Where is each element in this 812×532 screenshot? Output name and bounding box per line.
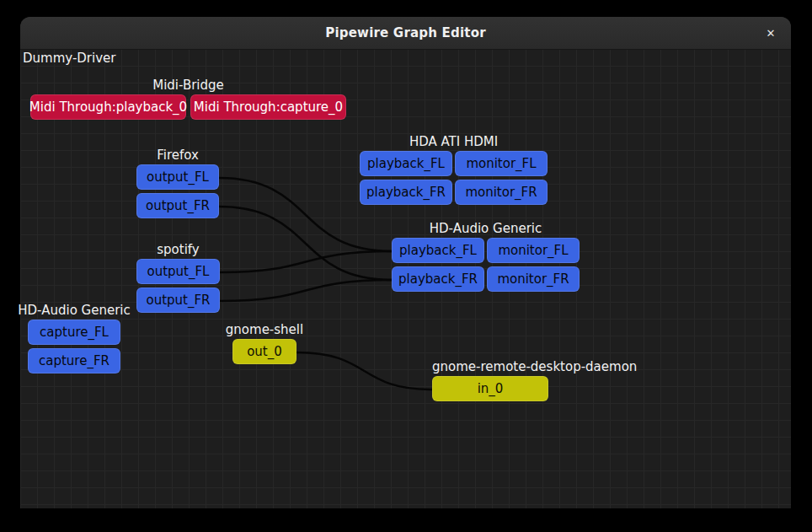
window-title: Pipewire Graph Editor bbox=[325, 25, 486, 40]
port-grid: output_FLoutput_FR bbox=[136, 259, 220, 313]
port-monitor-fl[interactable]: monitor_FL bbox=[455, 151, 548, 176]
node-midi-bridge[interactable]: Midi-BridgeMidi Through:playback_0Midi T… bbox=[30, 78, 346, 120]
node-title: gnome-remote-desktop-daemon bbox=[432, 360, 548, 374]
titlebar[interactable]: Pipewire Graph Editor ✕ bbox=[20, 17, 791, 50]
port-grid: in_0 bbox=[432, 376, 548, 401]
port-playback-fl[interactable]: playback_FL bbox=[360, 151, 452, 176]
node-gnome-remote-desktop-daemon[interactable]: gnome-remote-desktop-daemonin_0 bbox=[432, 360, 548, 401]
port-capture-fr[interactable]: capture_FR bbox=[28, 348, 120, 373]
node-title: Firefox bbox=[136, 148, 219, 163]
port-out-0[interactable]: out_0 bbox=[232, 339, 296, 364]
node-title: spotify bbox=[136, 243, 220, 257]
port-grid: playback_FLmonitor_FLplayback_FRmonitor_… bbox=[360, 151, 548, 205]
node-title: Dummy-Driver bbox=[23, 51, 115, 66]
port-in-0[interactable]: in_0 bbox=[432, 376, 548, 401]
close-icon[interactable]: ✕ bbox=[757, 19, 784, 46]
node-layer: Dummy-DriverMidi-BridgeMidi Through:play… bbox=[0, 0, 812, 532]
node-hd-audio-generic-capture[interactable]: HD-Audio Genericcapture_FLcapture_FR bbox=[28, 304, 120, 373]
port-grid: out_0 bbox=[232, 339, 296, 364]
port-capture-fl[interactable]: capture_FL bbox=[28, 320, 120, 345]
port-output-fr[interactable]: output_FR bbox=[136, 193, 219, 218]
port-midi-through-playback-0[interactable]: Midi Through:playback_0 bbox=[30, 94, 186, 120]
node-title: HDA ATI HDMI bbox=[360, 135, 548, 149]
node-gnome-shell[interactable]: gnome-shellout_0 bbox=[232, 323, 296, 364]
port-grid: Midi Through:playback_0Midi Through:capt… bbox=[30, 94, 346, 120]
port-grid: output_FLoutput_FR bbox=[136, 164, 219, 218]
port-monitor-fl[interactable]: monitor_FL bbox=[487, 238, 580, 263]
node-hd-audio-generic-output[interactable]: HD-Audio Genericplayback_FLmonitor_FLpla… bbox=[392, 222, 580, 292]
port-midi-through-capture-0[interactable]: Midi Through:capture_0 bbox=[190, 94, 346, 120]
node-dummy-driver[interactable]: Dummy-Driver bbox=[23, 51, 115, 67]
node-spotify[interactable]: spotifyoutput_FLoutput_FR bbox=[136, 243, 220, 313]
port-output-fr[interactable]: output_FR bbox=[136, 287, 220, 313]
node-title: HD-Audio Generic bbox=[28, 304, 120, 318]
port-playback-fr[interactable]: playback_FR bbox=[392, 266, 484, 292]
node-hda-ati-hdmi[interactable]: HDA ATI HDMIplayback_FLmonitor_FLplaybac… bbox=[360, 135, 548, 205]
port-grid: playback_FLmonitor_FLplayback_FRmonitor_… bbox=[392, 238, 580, 292]
port-monitor-fr[interactable]: monitor_FR bbox=[455, 180, 548, 205]
node-title: gnome-shell bbox=[232, 323, 296, 337]
port-playback-fr[interactable]: playback_FR bbox=[360, 180, 452, 205]
node-title: Midi-Bridge bbox=[30, 78, 346, 93]
port-output-fl[interactable]: output_FL bbox=[136, 259, 220, 284]
port-monitor-fr[interactable]: monitor_FR bbox=[487, 266, 580, 292]
node-firefox[interactable]: Firefoxoutput_FLoutput_FR bbox=[136, 148, 219, 218]
node-title: HD-Audio Generic bbox=[392, 222, 580, 236]
port-grid: capture_FLcapture_FR bbox=[28, 320, 120, 373]
port-playback-fl[interactable]: playback_FL bbox=[392, 238, 484, 263]
port-output-fl[interactable]: output_FL bbox=[136, 164, 219, 190]
